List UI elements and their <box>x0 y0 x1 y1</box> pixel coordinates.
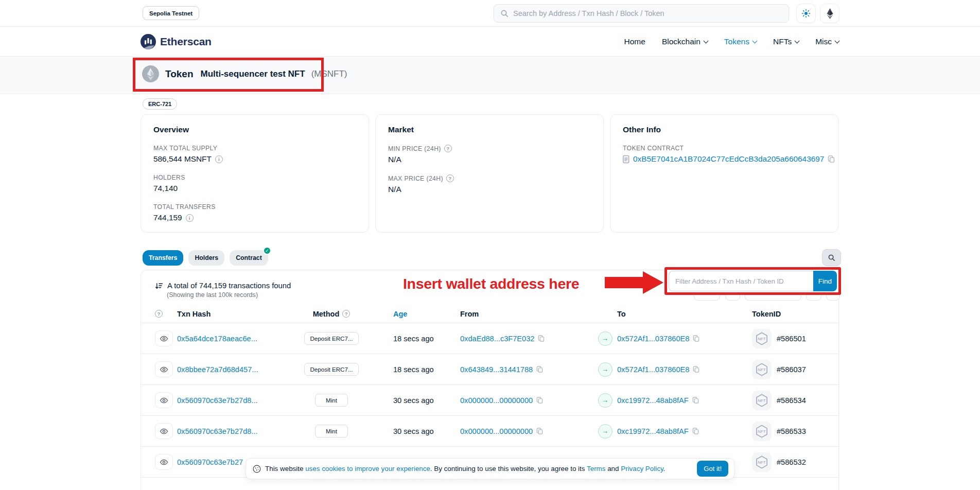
token-id: #586501 <box>777 335 806 343</box>
cookie-accept-button[interactable]: Got it! <box>697 461 728 477</box>
copy-icon[interactable] <box>538 335 545 342</box>
method-badge[interactable]: Deposit ERC7... <box>304 363 358 376</box>
question-icon: ? <box>446 174 454 182</box>
txn-hash-link[interactable]: 0x5a64dce178aeac6e... <box>177 335 257 343</box>
method-badge[interactable]: Mint <box>315 425 348 437</box>
table-row: 0x560970c63e7b27d8... Mint 30 secs ago 0… <box>141 416 838 447</box>
tx-preview-button[interactable] <box>155 361 173 377</box>
copy-icon[interactable] <box>693 335 699 342</box>
find-button[interactable]: Find <box>813 271 837 291</box>
from-address-link[interactable]: 0xdaEd88...c3F7E032 <box>460 335 534 343</box>
method-badge[interactable]: Deposit ERC7... <box>304 332 358 345</box>
global-search[interactable] <box>494 4 789 23</box>
eye-icon <box>160 428 168 434</box>
card-title: Overview <box>153 125 356 134</box>
table-search-toggle-button[interactable] <box>822 249 841 266</box>
token-name: Multi-sequencer test NFT <box>201 69 305 79</box>
table-row: 0x5a64dce178aeac6e... Deposit ERC7... 18… <box>141 323 838 354</box>
from-address-link[interactable]: 0x643849...31441788 <box>460 365 533 374</box>
annotation-arrow-icon <box>605 271 663 294</box>
nft-icon: NFT <box>752 422 772 441</box>
copy-icon[interactable] <box>693 366 699 373</box>
network-badge[interactable]: Sepolia Testnet <box>143 6 199 20</box>
main-nav: Home Blockchain Tokens NFTs Misc <box>624 27 839 57</box>
copy-icon[interactable] <box>536 397 543 404</box>
tx-preview-button[interactable] <box>155 454 173 470</box>
to-address-link[interactable]: 0xc19972...48ab8fAF <box>617 396 689 405</box>
question-icon: ? <box>444 145 452 152</box>
to-address-link[interactable]: 0x572Af1...037860E8 <box>617 365 689 374</box>
tx-preview-button[interactable] <box>155 330 173 346</box>
svg-text:NFT: NFT <box>758 398 766 403</box>
method-badge[interactable]: Mint <box>315 394 348 407</box>
transfer-direction-icon: → <box>598 362 612 377</box>
sort-icon <box>155 282 163 290</box>
to-address-link[interactable]: 0xc19972...48ab8fAF <box>617 427 689 435</box>
transfer-direction-icon: → <box>598 393 612 408</box>
overview-card: Overview MAX TOTAL SUPPLY 586,544 MSNFTi… <box>141 114 369 233</box>
from-address-link[interactable]: 0x000000...00000000 <box>460 427 533 435</box>
transfers-panel: A total of 744,159 transactions found (S… <box>141 270 839 490</box>
table-header: ? Txn Hash Method? Age From To TokenID <box>141 305 838 323</box>
etherscan-logo[interactable]: Etherscan <box>141 34 212 49</box>
txn-hash-link[interactable]: 0x560970c63e7b27 <box>177 458 243 466</box>
cookie-policy-link[interactable]: uses cookies to improve your experience <box>305 465 430 472</box>
token-id: #586037 <box>777 365 806 374</box>
tx-preview-button[interactable] <box>155 392 173 408</box>
cookie-text: This website uses cookies to improve you… <box>265 465 665 472</box>
svg-text:NFT: NFT <box>758 460 766 465</box>
token-id: #586532 <box>777 458 806 466</box>
chevron-down-icon <box>703 38 708 43</box>
copy-icon[interactable] <box>536 366 543 373</box>
copy-icon[interactable] <box>692 428 699 434</box>
copy-icon[interactable] <box>536 428 543 434</box>
txn-hash-link[interactable]: 0x560970c63e7b27d8... <box>177 427 258 435</box>
cookie-icon <box>253 465 261 473</box>
nav-item-home[interactable]: Home <box>624 37 645 46</box>
network-selector-button[interactable] <box>820 4 839 23</box>
copy-icon[interactable] <box>692 397 699 404</box>
eye-icon <box>160 366 168 373</box>
stat-token-contract: TOKEN CONTRACT 0xB5E7041cA1B7024C77cEdCc… <box>623 145 826 164</box>
token-id: #586533 <box>777 427 806 435</box>
transfer-direction-icon: → <box>598 424 612 439</box>
search-icon <box>828 254 835 261</box>
chevron-down-icon <box>835 38 840 43</box>
privacy-policy-link[interactable]: Privacy Policy <box>621 465 663 472</box>
token-contract-link[interactable]: 0xB5E7041cA1B7024C77cEdCcB3da205a6606436… <box>633 154 824 164</box>
age-text: 18 secs ago <box>393 335 434 343</box>
column-age[interactable]: Age <box>383 310 460 318</box>
txn-hash-link[interactable]: 0x8bbee72a7d68d457... <box>177 365 258 374</box>
svg-text:NFT: NFT <box>758 337 766 341</box>
etherscan-logo-icon <box>141 34 156 49</box>
to-address-link[interactable]: 0x572Af1...037860E8 <box>617 335 689 343</box>
nft-icon: NFT <box>752 329 772 348</box>
stat-min-price: MIN PRICE (24H)? N/A <box>388 145 591 164</box>
copy-icon[interactable] <box>828 155 835 163</box>
nav-item-blockchain[interactable]: Blockchain <box>662 37 708 46</box>
svg-text:NFT: NFT <box>758 367 766 372</box>
column-to: To <box>617 310 752 318</box>
nav-item-misc[interactable]: Misc <box>815 37 839 46</box>
tab-transfers[interactable]: Transfers <box>143 250 183 266</box>
table-row: 0x560970c63e7b27d8... Mint 30 secs ago 0… <box>141 385 838 416</box>
filter-input[interactable] <box>669 271 813 291</box>
nft-icon: NFT <box>752 452 772 472</box>
from-address-link[interactable]: 0x000000...00000000 <box>460 396 533 405</box>
nav-item-nfts[interactable]: NFTs <box>773 37 799 46</box>
tx-preview-button[interactable] <box>155 423 173 439</box>
top-bar: Sepolia Testnet <box>0 0 980 27</box>
terms-link[interactable]: Terms <box>587 465 605 472</box>
token-symbol: (MSNFT) <box>311 69 347 79</box>
cookie-banner: This website uses cookies to improve you… <box>246 458 734 479</box>
tab-contract[interactable]: Contract ✓ <box>230 250 268 266</box>
theme-toggle-button[interactable] <box>796 4 816 23</box>
global-search-input[interactable] <box>513 9 782 18</box>
nav-bar: Etherscan Home Blockchain Tokens NFTs Mi… <box>0 27 980 57</box>
card-title: Other Info <box>623 125 826 134</box>
nft-icon: NFT <box>752 360 772 379</box>
tab-holders[interactable]: Holders <box>188 250 224 266</box>
txn-hash-link[interactable]: 0x560970c63e7b27d8... <box>177 396 258 405</box>
eye-icon <box>160 459 168 465</box>
nav-item-tokens[interactable]: Tokens <box>724 37 757 46</box>
